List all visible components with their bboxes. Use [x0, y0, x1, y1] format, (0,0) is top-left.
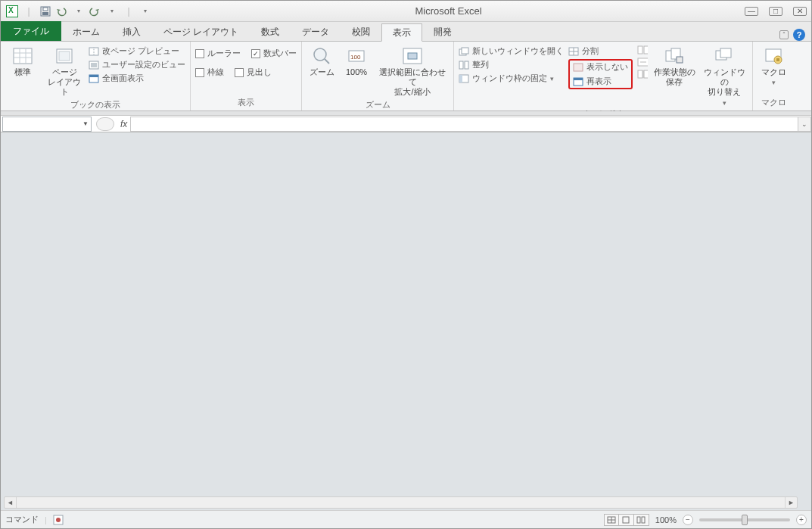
tab-data[interactable]: データ [291, 23, 341, 41]
freeze-panes-button[interactable]: ウィンドウ枠の固定 [459, 73, 564, 84]
group-macro: マクロ マクロ [753, 42, 794, 110]
macro-record-icon[interactable] [53, 515, 64, 525]
full-screen-label: 全画面表示 [102, 73, 144, 84]
split-label: 分割 [582, 45, 599, 57]
horizontal-scrollbar[interactable]: ◄ ► [4, 496, 798, 509]
view-page-break-icon[interactable] [634, 514, 649, 526]
zoom-out-button[interactable]: − [683, 515, 693, 525]
minimize-ribbon-icon[interactable]: ˆ [779, 30, 789, 39]
tab-insert[interactable]: 挿入 [111, 23, 152, 41]
macros-icon [763, 46, 784, 66]
freeze-panes-label: ウィンドウ枠の固定 [472, 73, 547, 84]
minimize-button[interactable]: — [745, 7, 758, 16]
formula-input[interactable] [130, 117, 798, 132]
tab-developer[interactable]: 開発 [422, 23, 463, 41]
ruler-label: ルーラー [207, 48, 241, 59]
name-box-dropdown-icon[interactable]: ▼ [82, 120, 89, 127]
formula-bar-checkbox[interactable]: 数式バー [251, 48, 297, 59]
fx-cancel-button[interactable] [96, 117, 114, 131]
zoom-button[interactable]: ズーム [306, 43, 337, 77]
reset-position-icon[interactable] [637, 70, 648, 79]
tab-file[interactable]: ファイル [1, 21, 61, 41]
tab-home[interactable]: ホーム [61, 23, 111, 41]
svg-rect-31 [574, 64, 583, 71]
group-book-views-label: ブックの表示 [5, 98, 185, 113]
fx-icon[interactable]: fx [120, 119, 127, 129]
formula-bar-expand-icon[interactable]: ⌄ [798, 117, 811, 132]
hide-button[interactable]: 表示しない [573, 61, 628, 73]
svg-rect-55 [642, 517, 645, 523]
help-icon[interactable]: ? [793, 29, 805, 41]
zoom-slider[interactable] [699, 518, 790, 521]
arrange-button[interactable]: 整列 [459, 59, 564, 70]
page-layout-button[interactable]: ページ レイアウト [45, 43, 84, 98]
svg-rect-3 [14, 48, 32, 64]
zoom-100-button[interactable]: 100 100% [341, 43, 372, 77]
qat-customize-icon[interactable]: ▾ [138, 5, 152, 18]
split-button[interactable]: 分割 [568, 45, 633, 57]
zoom-selection-button[interactable]: 選択範囲に合わせて 拡大/縮小 [376, 43, 449, 98]
zoom-slider-thumb[interactable] [742, 515, 748, 525]
svg-rect-42 [677, 57, 683, 63]
svg-rect-24 [459, 61, 463, 69]
svg-text:100: 100 [350, 54, 361, 61]
group-show: ルーラー 数式バー 枠線 見出し 表示 [191, 42, 302, 110]
tab-page-layout[interactable]: ページ レイアウト [152, 23, 250, 41]
unhide-button[interactable]: 再表示 [573, 76, 628, 87]
zoom-in-button[interactable]: + [796, 515, 807, 525]
normal-view-button[interactable]: 標準 [5, 43, 40, 77]
save-icon[interactable] [39, 5, 52, 18]
svg-rect-25 [465, 61, 468, 69]
view-normal-icon[interactable] [604, 514, 619, 526]
sync-scroll-icon[interactable] [637, 58, 648, 67]
redo-icon[interactable] [89, 5, 102, 18]
switch-windows-button[interactable]: ウィンドウの 切り替え [701, 43, 748, 107]
tab-formulas[interactable]: 数式 [250, 23, 291, 41]
formula-bar-label: 数式バー [263, 48, 297, 59]
qat-divider-2: | [122, 5, 135, 18]
undo-dropdown-icon[interactable]: ▾ [72, 5, 86, 18]
tab-review[interactable]: 校閲 [341, 23, 381, 41]
close-button[interactable]: ✕ [793, 7, 807, 16]
undo-icon[interactable] [55, 5, 69, 18]
macros-button[interactable]: マクロ [758, 43, 789, 87]
normal-view-icon [12, 46, 33, 66]
scroll-right-icon[interactable]: ► [785, 497, 797, 508]
unhide-label: 再表示 [586, 76, 611, 87]
ruler-checkbox[interactable]: ルーラー [195, 48, 241, 59]
maximize-button[interactable]: □ [769, 7, 782, 16]
headings-checkbox[interactable]: 見出し [235, 67, 272, 78]
ribbon: 標準 ページ レイアウト 改ページ プレビュー ユーザー設定のビュー [1, 42, 811, 111]
qat-divider: | [22, 5, 36, 18]
view-page-layout-icon[interactable] [619, 514, 634, 526]
custom-views-button[interactable]: ユーザー設定のビュー [89, 59, 185, 70]
freeze-panes-icon [459, 74, 469, 83]
unhide-icon [573, 77, 583, 86]
svg-rect-21 [408, 53, 417, 59]
save-workspace-icon [664, 46, 685, 66]
redo-dropdown-icon[interactable]: ▾ [105, 5, 119, 18]
zoom-level[interactable]: 100% [655, 515, 677, 524]
group-zoom-label: ズーム [306, 98, 449, 113]
name-box[interactable]: ▼ [2, 117, 92, 132]
custom-views-label: ユーザー設定のビュー [102, 59, 185, 70]
app-icon [5, 5, 19, 18]
status-bar: コマンド | 100% − + [1, 510, 811, 528]
scroll-left-icon[interactable]: ◄ [5, 497, 17, 508]
gridlines-checkbox[interactable]: 枠線 [195, 67, 224, 78]
group-book-views: 標準 ページ レイアウト 改ページ プレビュー ユーザー設定のビュー [1, 42, 191, 110]
full-screen-icon [89, 74, 99, 83]
svg-rect-15 [89, 75, 98, 77]
svg-rect-47 [776, 58, 779, 61]
save-workspace-label: 作業状態の 保存 [654, 67, 695, 87]
svg-point-16 [314, 48, 326, 61]
save-workspace-button[interactable]: 作業状態の 保存 [652, 43, 696, 87]
new-window-button[interactable]: 新しいウィンドウを開く [459, 45, 564, 57]
svg-rect-35 [644, 46, 648, 54]
side-by-side-icon[interactable] [637, 45, 648, 54]
full-screen-button[interactable]: 全画面表示 [89, 73, 185, 84]
new-window-icon [459, 47, 469, 56]
svg-point-49 [56, 518, 61, 522]
page-break-preview-button[interactable]: 改ページ プレビュー [89, 45, 185, 57]
tab-view[interactable]: 表示 [381, 23, 422, 42]
